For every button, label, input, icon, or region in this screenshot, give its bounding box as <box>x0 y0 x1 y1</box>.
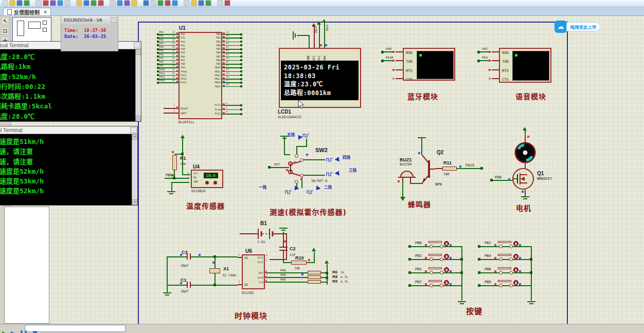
scrollbar[interactable]: ∧ ∨ <box>132 134 137 205</box>
crystal-x1[interactable] <box>209 268 220 273</box>
toolbar-button[interactable] <box>217 0 223 6</box>
toolbar-button[interactable] <box>83 0 90 6</box>
resistor-r11[interactable] <box>442 166 457 171</box>
toolbar-button[interactable] <box>2 0 8 6</box>
sim-control-button[interactable]: ❚❚ <box>19 330 28 333</box>
toolbar-button[interactable] <box>98 0 104 6</box>
pulse-generator-icon[interactable] <box>285 189 292 194</box>
module-pin-row[interactable] <box>381 67 403 76</box>
push-button-row[interactable]: PB6 0 <box>478 266 532 279</box>
mcu-pin-row[interactable]: 2 <box>222 103 242 108</box>
button-cap[interactable] <box>428 267 442 269</box>
mcu-pin-row[interactable]: 21 <box>222 66 242 69</box>
toolbar-button[interactable] <box>172 0 178 6</box>
ds1302-clock-popup[interactable]: DS1302\Clock - U6 Time: 18-37-38 Date: 2… <box>61 15 118 51</box>
module-pin-row[interactable]: PA2 <box>477 49 499 58</box>
module-pin-row[interactable]: PA10 <box>381 58 403 66</box>
toolbar-button[interactable] <box>191 0 197 6</box>
button-cap[interactable] <box>428 280 442 282</box>
mcu-pin-row[interactable]: 41 <box>222 47 242 51</box>
close-icon[interactable] <box>111 17 117 23</box>
mcu-pin-row[interactable]: 45 <box>222 59 242 62</box>
pulse-generator-icon[interactable] <box>302 133 310 138</box>
pulse-generator-icon[interactable] <box>326 157 333 162</box>
toolbar-button[interactable] <box>198 0 204 6</box>
resistor-r10[interactable] <box>291 261 307 265</box>
mcu-pin-row[interactable]: 27 <box>222 81 242 84</box>
module-pin-row[interactable] <box>477 67 499 76</box>
toolbar-button[interactable] <box>165 0 171 6</box>
module-pin-row[interactable]: PA3 <box>477 58 499 66</box>
toolbar-button[interactable] <box>24 0 30 6</box>
mcu-pin-row[interactable]: 1 <box>163 111 178 116</box>
resistor-r1[interactable] <box>172 155 177 170</box>
push-button-row[interactable]: PB7 0 <box>409 279 462 292</box>
mcu-pin-row[interactable]: 40 <box>222 44 242 47</box>
knob[interactable] <box>205 181 209 184</box>
toolbar-button[interactable] <box>157 0 164 6</box>
toolbar-button[interactable] <box>117 0 123 6</box>
toolbar-button[interactable] <box>57 0 63 6</box>
push-button-row[interactable]: PB9 0 <box>478 279 532 292</box>
scrollbar[interactable]: ‒ ‒ <box>135 49 141 121</box>
module-pin-row[interactable] <box>381 76 403 84</box>
mcu-pin-row[interactable]: 26 <box>222 77 242 81</box>
tab-close-icon[interactable]: × <box>44 9 47 15</box>
toolbar-button[interactable] <box>50 0 56 6</box>
mcu-pin-row[interactable]: 39 <box>222 40 242 44</box>
toolbar-button[interactable] <box>205 0 211 6</box>
close-icon[interactable] <box>134 42 140 48</box>
upload-overlay[interactable]: ☁ 拖拽至此上传 <box>554 21 601 34</box>
toolbar-button[interactable] <box>110 0 116 6</box>
toolbar-button[interactable] <box>184 0 190 6</box>
sim-control-button[interactable]: ▶ <box>11 330 15 333</box>
mcu-pin-row[interactable]: 4 <box>222 112 242 117</box>
mcu-pin-row[interactable]: 28 <box>222 85 242 88</box>
push-button-row[interactable]: PB3 0 <box>409 253 462 266</box>
knob[interactable] <box>213 181 217 184</box>
toolbar-button[interactable] <box>35 0 42 6</box>
mcu-pin-row[interactable]: 3 <box>222 108 242 113</box>
virtual-terminal-2[interactable]: Virtual Terminal 当前速度是51km/h已超速，请注意已超速，请… <box>0 126 138 206</box>
virtual-terminal-1[interactable]: Virtual Terminal 温度:28.0℃总路程:1km速度:52km/… <box>0 41 141 122</box>
toolbar-button[interactable] <box>16 0 23 6</box>
toolbar-button[interactable] <box>91 0 97 6</box>
push-button-row[interactable]: PB5 0 <box>409 266 462 279</box>
button-cap[interactable] <box>428 254 442 256</box>
mcu-pin-row[interactable]: 19 <box>222 36 242 40</box>
motor-icon[interactable] <box>514 142 536 163</box>
toolbar-button[interactable] <box>64 0 70 6</box>
npn-transistor-icon[interactable] <box>418 154 435 184</box>
toolbar-button[interactable] <box>224 0 230 6</box>
pulse-generator-icon[interactable] <box>326 171 333 176</box>
scroll-down-button[interactable]: ‒ <box>136 116 141 121</box>
button-cap[interactable] <box>498 241 511 243</box>
mcu-pin-row[interactable]: 22 <box>222 70 242 73</box>
module-pin-row[interactable] <box>477 76 499 84</box>
pulse-generator-icon[interactable] <box>307 189 314 194</box>
button-cap[interactable] <box>428 241 442 243</box>
toolbar-button[interactable] <box>143 0 149 6</box>
close-icon[interactable] <box>130 127 137 133</box>
object-selector[interactable] <box>4 207 49 324</box>
sim-control-button[interactable]: ▶ <box>2 330 6 333</box>
toolbar-button[interactable] <box>124 0 130 6</box>
scroll-up-button[interactable]: ∧ <box>132 134 137 140</box>
button-cap[interactable] <box>498 254 511 256</box>
mcu-pin-row[interactable]: 46 <box>222 62 242 66</box>
button-cap[interactable] <box>498 280 511 282</box>
toolbar-button[interactable] <box>9 0 15 6</box>
mcu-pin-row[interactable]: 18 <box>222 32 242 36</box>
push-button-row[interactable]: PB0 0 <box>409 240 462 253</box>
scroll-up-button[interactable]: ‒ <box>136 49 141 55</box>
toolbar-button[interactable] <box>43 0 49 6</box>
push-button-row[interactable]: PB4 0 <box>478 253 532 266</box>
mcu-pin-row[interactable]: 25 <box>222 73 242 77</box>
button-cap[interactable] <box>498 267 511 269</box>
mcu-pin-row[interactable]: 42 <box>222 51 242 54</box>
mcu-pin-row[interactable]: PA15 38 <box>157 81 178 84</box>
toolbar-button[interactable] <box>76 0 82 6</box>
sim-control-button[interactable]: ■ <box>32 330 37 333</box>
mcu-pin-row[interactable]: 43 <box>222 55 242 59</box>
mcu-pin-row[interactable]: 7 <box>163 106 178 111</box>
